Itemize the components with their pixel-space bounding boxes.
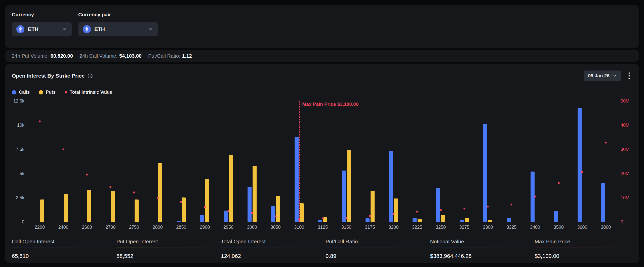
currency-pair-select[interactable]: ETH	[78, 22, 158, 36]
currency-label: Currency	[12, 12, 72, 18]
chevron-down-icon	[148, 26, 153, 32]
currency-filter-group: Currency ETH	[12, 12, 72, 41]
expiry-date-select[interactable]: 09 Jan 26	[584, 71, 621, 81]
legend-item-puts[interactable]: Puts	[39, 90, 56, 95]
strike-group-2800[interactable]: 2800	[146, 101, 170, 222]
puts-bar	[418, 219, 422, 222]
strike-group-3600[interactable]: 3600	[571, 101, 594, 222]
strike-group-2200[interactable]: 2200	[28, 101, 52, 222]
intrinsic-value-point	[393, 213, 394, 215]
currency-pair-filter-group: Currency pair ETH	[78, 12, 158, 41]
y-tick-right: 50M	[621, 99, 629, 103]
calls-bar	[436, 188, 440, 222]
put-volume-value: 60,820.00	[51, 53, 73, 59]
puts-bar	[323, 217, 327, 222]
summary-card-put-call-ratio: Put/Call Ratio 0.89	[326, 239, 423, 259]
intrinsic-value-point	[605, 142, 607, 143]
puts-bar	[205, 179, 209, 222]
intrinsic-value-point	[440, 209, 441, 211]
summary-underline	[12, 248, 109, 248]
strike-group-3250[interactable]: 3250	[429, 101, 453, 222]
expiry-date-value: 09 Jan 26	[588, 73, 610, 79]
puts-bar	[253, 166, 257, 222]
strike-group-3800[interactable]: 3800	[594, 101, 618, 222]
intrinsic-value-point	[204, 206, 206, 208]
strike-group-2950[interactable]: 2950	[217, 101, 240, 222]
summary-title: Notional Value	[430, 239, 528, 245]
y-tick-left: 12.5k	[13, 99, 24, 103]
puts-bar	[465, 218, 469, 222]
intrinsic-value-point	[322, 217, 324, 219]
calls-bar	[342, 171, 346, 222]
puts-bar	[347, 150, 351, 222]
intrinsic-swatch-icon	[65, 91, 67, 93]
y-tick-right: 0	[621, 220, 623, 224]
strike-group-3225[interactable]: 3225	[405, 101, 429, 222]
summary-title: Put/Call Ratio	[326, 239, 423, 245]
strike-group-3150[interactable]: 3150	[335, 101, 358, 222]
summary-value: 124,062	[221, 253, 318, 259]
puts-bar	[300, 203, 304, 222]
strike-group-3275[interactable]: 3275	[453, 101, 476, 222]
puts-bar	[111, 191, 115, 222]
summary-card-max-pain: Max Pain Price $3,100.00	[535, 239, 632, 259]
strike-group-3050[interactable]: 3050	[264, 101, 288, 222]
panel-title-text: Open Interest By Strike Price	[12, 73, 85, 79]
chevron-down-icon	[62, 26, 67, 32]
strike-group-2700[interactable]: 2700	[99, 101, 122, 222]
legend-item-intrinsic[interactable]: Total Intrinsic Value	[65, 90, 112, 95]
strike-group-2400[interactable]: 2400	[52, 101, 75, 222]
strike-group-3200[interactable]: 3200	[382, 101, 405, 222]
puts-bar	[182, 197, 186, 222]
strike-group-3400[interactable]: 3400	[523, 101, 547, 222]
y-tick-right: 30M	[621, 147, 629, 152]
put-volume-stat: 24h Put Volume: 60,820.00	[12, 53, 73, 59]
puts-bar	[488, 220, 492, 222]
strike-group-3175[interactable]: 3175	[358, 101, 382, 222]
puts-swatch-icon	[39, 90, 43, 94]
summary-card-total-oi: Total Open Interest 124,062	[221, 239, 318, 259]
legend-calls-label: Calls	[19, 90, 30, 95]
calls-bar	[389, 151, 393, 222]
strike-group-2850[interactable]: 2850	[170, 101, 193, 222]
puts-bar	[276, 196, 280, 222]
strike-group-3000[interactable]: 3000	[240, 101, 264, 222]
strike-group-3125[interactable]: 3125	[311, 101, 335, 222]
summary-underline	[221, 248, 318, 248]
puts-bar	[40, 199, 44, 222]
calls-swatch-icon	[12, 90, 16, 94]
info-icon[interactable]	[88, 73, 93, 79]
currency-select[interactable]: ETH	[12, 22, 72, 36]
panel-header-controls: 09 Jan 26	[584, 71, 632, 81]
strike-group-3500[interactable]: 3500	[547, 101, 571, 222]
call-volume-stat: 24h Call Volume: 54,103.00	[79, 53, 142, 59]
puts-bar	[441, 215, 445, 222]
strike-group-3325[interactable]: 3325	[500, 101, 523, 222]
puts-bar	[87, 190, 91, 222]
y-tick-left: 5k	[20, 171, 24, 176]
summary-card-notional-value: Notional Value $383,964,446.28	[430, 239, 528, 259]
strike-group-2600[interactable]: 2600	[75, 101, 99, 222]
y-tick-right: 20M	[621, 171, 629, 176]
strike-group-3300[interactable]: 3300	[476, 101, 500, 222]
kebab-menu-button[interactable]	[626, 71, 632, 81]
y-tick-left: 7.5k	[16, 147, 24, 152]
intrinsic-value-point	[558, 182, 559, 184]
intrinsic-value-point	[110, 186, 111, 188]
open-interest-panel: Open Interest By Strike Price 09 Jan 26 …	[5, 64, 639, 263]
volume-stats-bar: 24h Put Volume: 60,820.00 24h Call Volum…	[5, 50, 639, 62]
summary-title: Put Open Interest	[116, 239, 214, 245]
y-axis-left: 02.5k5k7.5k10k12.5k	[12, 101, 28, 222]
currency-pair-label: Currency pair	[78, 12, 158, 18]
strike-group-2750[interactable]: 2750	[122, 101, 146, 222]
strike-group-2900[interactable]: 2900	[193, 101, 217, 222]
put-call-ratio-stat: Put/Call Ratio: 1.12	[148, 53, 192, 59]
legend-item-calls[interactable]: Calls	[12, 90, 30, 95]
open-interest-chart: 02.5k5k7.5k10k12.5k 22002400260027002750…	[12, 101, 632, 222]
intrinsic-value-point	[463, 208, 465, 210]
max-pain-line	[299, 101, 300, 222]
summary-title: Max Pain Price	[535, 239, 632, 245]
intrinsic-value-point	[251, 212, 253, 214]
currency-pair-value: ETH	[94, 26, 105, 32]
strike-group-3100[interactable]: Max Pain Price $3,100.003100	[287, 101, 311, 222]
